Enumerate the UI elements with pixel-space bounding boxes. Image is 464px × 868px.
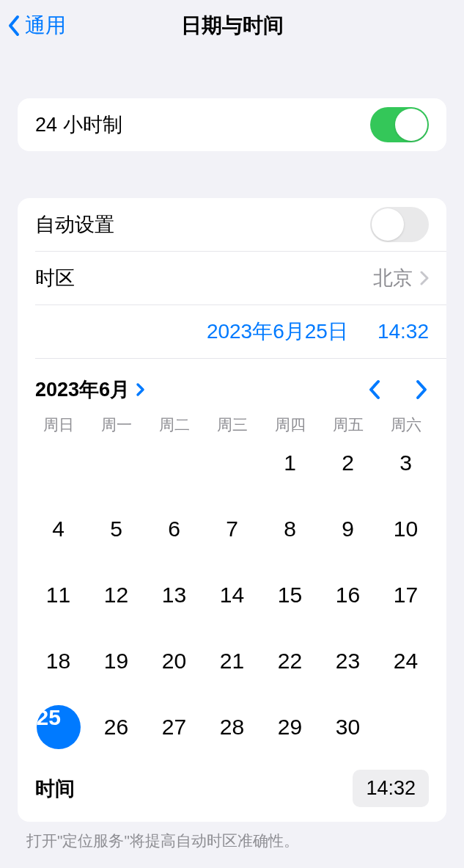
calendar-day[interactable]: 9: [319, 507, 377, 551]
calendar-empty-cell: [29, 441, 87, 485]
month-selector[interactable]: 2023年6月: [35, 376, 145, 403]
calendar-day[interactable]: 19: [87, 639, 145, 683]
time-picker[interactable]: 14:32: [353, 770, 429, 807]
month-label: 2023年6月: [35, 376, 130, 403]
switch-knob: [395, 109, 427, 141]
back-label: 通用: [25, 12, 66, 40]
prev-month-button[interactable]: [367, 379, 382, 401]
calendar-day[interactable]: 13: [145, 573, 203, 617]
chevron-left-icon: [7, 15, 21, 37]
calendar-day[interactable]: 30: [319, 705, 377, 749]
back-button[interactable]: 通用: [0, 12, 66, 40]
calendar-day[interactable]: 17: [377, 573, 435, 617]
weekday-header: 周五: [319, 415, 377, 435]
calendar-day[interactable]: 23: [319, 639, 377, 683]
calendar-day[interactable]: 1: [261, 441, 319, 485]
weekday-header: 周日: [29, 415, 87, 435]
hour24-switch[interactable]: [370, 107, 429, 142]
calendar-day[interactable]: 7: [203, 507, 261, 551]
calendar-day[interactable]: 2: [319, 441, 377, 485]
calendar-day[interactable]: 28: [203, 705, 261, 749]
calendar-day: 25: [29, 705, 87, 749]
calendar-day[interactable]: 18: [29, 639, 87, 683]
page-title: 日期与时间: [181, 12, 284, 40]
footer-note: 打开"定位服务"将提高自动时区准确性。: [0, 822, 464, 851]
calendar-day-selected[interactable]: 25: [37, 705, 81, 749]
time-row-label: 时间: [35, 776, 75, 802]
switch-knob: [372, 208, 404, 241]
calendar-day[interactable]: 11: [29, 573, 87, 617]
hour24-label: 24 小时制: [35, 112, 122, 138]
date-display[interactable]: 2023年6月25日: [207, 318, 348, 346]
chevron-right-icon: [420, 271, 429, 285]
calendar-day[interactable]: 24: [377, 639, 435, 683]
calendar-day[interactable]: 3: [377, 441, 435, 485]
weekday-header: 周六: [377, 415, 435, 435]
weekday-header: 周二: [145, 415, 203, 435]
calendar-day[interactable]: 22: [261, 639, 319, 683]
calendar-day[interactable]: 6: [145, 507, 203, 551]
weekday-header: 周三: [203, 415, 261, 435]
calendar-empty-cell: [145, 441, 203, 485]
calendar-day[interactable]: 20: [145, 639, 203, 683]
calendar-day[interactable]: 27: [145, 705, 203, 749]
datetime-row: 2023年6月25日 14:32: [18, 305, 446, 358]
timezone-label: 时区: [35, 265, 75, 291]
auto-set-switch[interactable]: [370, 207, 429, 242]
weekday-header: 周一: [87, 415, 145, 435]
calendar-day[interactable]: 26: [87, 705, 145, 749]
weekday-header: 周四: [261, 415, 319, 435]
calendar-day[interactable]: 16: [319, 573, 377, 617]
calendar-empty-cell: [87, 441, 145, 485]
calendar-day[interactable]: 15: [261, 573, 319, 617]
hour24-row: 24 小时制: [18, 98, 446, 151]
calendar-day[interactable]: 21: [203, 639, 261, 683]
calendar-day[interactable]: 12: [87, 573, 145, 617]
auto-set-label: 自动设置: [35, 211, 114, 238]
timezone-value: 北京: [373, 265, 413, 291]
chevron-right-icon: [136, 382, 145, 397]
next-month-button[interactable]: [414, 379, 429, 401]
auto-set-row: 自动设置: [18, 198, 446, 251]
calendar-day[interactable]: 8: [261, 507, 319, 551]
calendar-empty-cell: [203, 441, 261, 485]
calendar-day[interactable]: 5: [87, 507, 145, 551]
timezone-row[interactable]: 时区 北京: [18, 252, 446, 304]
calendar-day[interactable]: 10: [377, 507, 435, 551]
calendar-day[interactable]: 14: [203, 573, 261, 617]
time-display[interactable]: 14:32: [378, 320, 429, 343]
calendar-day[interactable]: 4: [29, 507, 87, 551]
calendar-day[interactable]: 29: [261, 705, 319, 749]
